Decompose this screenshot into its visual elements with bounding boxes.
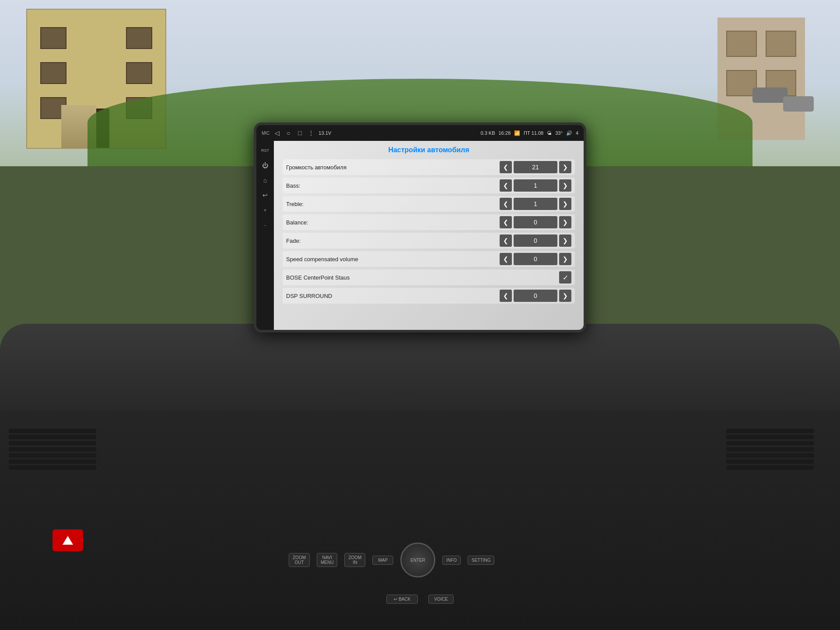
side-buttons-left xyxy=(254,147,255,191)
setting-value-2: 1 xyxy=(514,198,557,210)
vol-down-btn[interactable]: - xyxy=(259,219,271,231)
setting-label-6: BOSE CenterPoint Staus xyxy=(286,274,510,281)
time-display: 16:28 xyxy=(498,130,511,136)
temperature-display: 33° xyxy=(555,130,563,136)
info-button[interactable]: INFO xyxy=(442,556,461,565)
setting-control-5: ❮0❯ xyxy=(500,253,571,265)
increment-btn-3[interactable]: ❯ xyxy=(559,216,571,228)
zoom-in-button[interactable]: ZOOMIN xyxy=(344,553,365,567)
increment-btn-0[interactable]: ❯ xyxy=(559,161,571,173)
bg-car-1 xyxy=(752,88,788,103)
setting-row-7: DSP SURROUND❮0❯ xyxy=(283,288,575,304)
back-btn[interactable]: ↩ xyxy=(259,189,271,201)
voice-button[interactable]: VOICE xyxy=(428,595,453,604)
status-center: 0.3 KB 16:28 📶 ПТ 11.08 🌤 33° 🔊 4 xyxy=(480,130,578,136)
back-button-physical[interactable]: ↩ BACK xyxy=(386,595,418,604)
dashboard: ZOOMOUT NAVIMENU ZOOMIN MAP ENTER INFO S… xyxy=(0,324,840,630)
setting-button[interactable]: SETTING xyxy=(468,556,494,565)
checkbox-area-6: ✓ xyxy=(510,271,571,284)
setting-row-3: Balance:❮0❯ xyxy=(283,214,575,230)
recent-nav-icon[interactable]: □ xyxy=(296,129,304,137)
increment-btn-5[interactable]: ❯ xyxy=(559,253,571,265)
setting-label-2: Treble: xyxy=(286,201,500,207)
volume-icon: 🔊 xyxy=(566,130,572,136)
decrement-btn-3[interactable]: ❮ xyxy=(500,216,512,228)
power-btn[interactable]: ⏻ xyxy=(259,159,271,172)
zoom-out-button[interactable]: ZOOMOUT xyxy=(289,553,310,567)
status-left: MIC ◁ ○ □ ⋮ 13.1V xyxy=(262,129,331,137)
setting-control-4: ❮0❯ xyxy=(500,234,571,247)
decrement-btn-5[interactable]: ❮ xyxy=(500,253,512,265)
setting-label-1: Bass: xyxy=(286,182,500,189)
setting-value-3: 0 xyxy=(514,216,557,228)
dashboard-surface xyxy=(0,324,840,411)
signal-icon: 📶 xyxy=(514,130,520,136)
rst-btn[interactable]: RST xyxy=(259,144,271,157)
head-unit: MIC ◁ ○ □ ⋮ 13.1V 0.3 KB 16:28 📶 ПТ 11.0… xyxy=(254,122,586,332)
map-button[interactable]: MAP xyxy=(372,556,393,565)
home-btn[interactable]: ⌂ xyxy=(259,174,271,186)
data-usage: 0.3 KB xyxy=(480,130,495,136)
checkbox-6[interactable]: ✓ xyxy=(559,271,571,284)
decrement-btn-4[interactable]: ❮ xyxy=(500,234,512,247)
setting-value-0: 21 xyxy=(514,161,557,173)
setting-control-3: ❮0❯ xyxy=(500,216,571,228)
setting-row-5: Speed compensated volume❮0❯ xyxy=(283,251,575,267)
increment-btn-7[interactable]: ❯ xyxy=(559,290,571,302)
settings-panel: Настройки автомобиля Громкость автомобил… xyxy=(274,141,584,312)
setting-label-0: Громкость автомобиля xyxy=(286,164,500,171)
vent-right xyxy=(726,429,814,481)
settings-rows-container: Громкость автомобиля❮21❯Bass:❮1❯Treble:❮… xyxy=(283,159,575,304)
increment-btn-4[interactable]: ❯ xyxy=(559,234,571,247)
bottom-buttons: ↩ BACK VOICE xyxy=(311,595,529,604)
back-nav-icon[interactable]: ◁ xyxy=(273,129,281,137)
side-btn-3[interactable] xyxy=(254,178,255,191)
setting-value-1: 1 xyxy=(514,179,557,192)
controls-row: ZOOMOUT NAVIMENU ZOOMIN MAP ENTER INFO S… xyxy=(289,542,551,578)
setting-row-2: Treble:❮1❯ xyxy=(283,196,575,212)
screen-content: Настройки автомобиля Громкость автомобил… xyxy=(274,141,584,330)
setting-label-5: Speed compensated volume xyxy=(286,256,500,262)
decrement-btn-1[interactable]: ❮ xyxy=(500,179,512,192)
side-btn-2[interactable] xyxy=(254,163,255,175)
menu-nav-icon[interactable]: ⋮ xyxy=(307,129,315,137)
decrement-btn-2[interactable]: ❮ xyxy=(500,198,512,210)
mic-label: MIC xyxy=(262,131,270,136)
panel-title: Настройки автомобиля xyxy=(283,146,575,154)
setting-row-1: Bass:❮1❯ xyxy=(283,178,575,193)
setting-value-7: 0 xyxy=(514,290,557,302)
increment-btn-1[interactable]: ❯ xyxy=(559,179,571,192)
hazard-button[interactable] xyxy=(52,529,83,551)
weather-icon: 🌤 xyxy=(547,130,552,136)
home-nav-icon[interactable]: ○ xyxy=(284,129,292,137)
volume-level: 4 xyxy=(576,130,578,136)
car-interior: ZOOMOUT NAVIMENU ZOOMIN MAP ENTER INFO S… xyxy=(0,0,840,630)
setting-control-2: ❮1❯ xyxy=(500,198,571,210)
vent-left xyxy=(9,429,96,481)
setting-label-3: Balance: xyxy=(286,219,500,226)
setting-label-7: DSP SURROUND xyxy=(286,293,500,299)
setting-row-0: Громкость автомобиля❮21❯ xyxy=(283,159,575,175)
setting-row-6: BOSE CenterPoint Staus✓ xyxy=(283,270,575,285)
left-nav-bar: RST ⏻ ⌂ ↩ + - xyxy=(256,141,274,330)
status-bar: MIC ◁ ○ □ ⋮ 13.1V 0.3 KB 16:28 📶 ПТ 11.0… xyxy=(256,125,584,141)
date-display: ПТ 11.08 xyxy=(524,130,543,136)
side-btn-1[interactable] xyxy=(254,147,255,159)
decrement-btn-0[interactable]: ❮ xyxy=(500,161,512,173)
enter-knob[interactable]: ENTER xyxy=(400,542,435,578)
setting-control-7: ❮0❯ xyxy=(500,290,571,302)
bg-car-2 xyxy=(783,96,814,112)
increment-btn-2[interactable]: ❯ xyxy=(559,198,571,210)
setting-row-4: Fade:❮0❯ xyxy=(283,233,575,248)
setting-control-1: ❮1❯ xyxy=(500,179,571,192)
vol-up-btn[interactable]: + xyxy=(259,204,271,216)
decrement-btn-7[interactable]: ❮ xyxy=(500,290,512,302)
setting-label-4: Fade: xyxy=(286,238,500,244)
setting-value-5: 0 xyxy=(514,253,557,265)
voltage-display: 13.1V xyxy=(318,130,331,136)
setting-value-4: 0 xyxy=(514,234,557,247)
setting-control-0: ❮21❯ xyxy=(500,161,571,173)
menu-button[interactable]: NAVIMENU xyxy=(317,553,337,567)
